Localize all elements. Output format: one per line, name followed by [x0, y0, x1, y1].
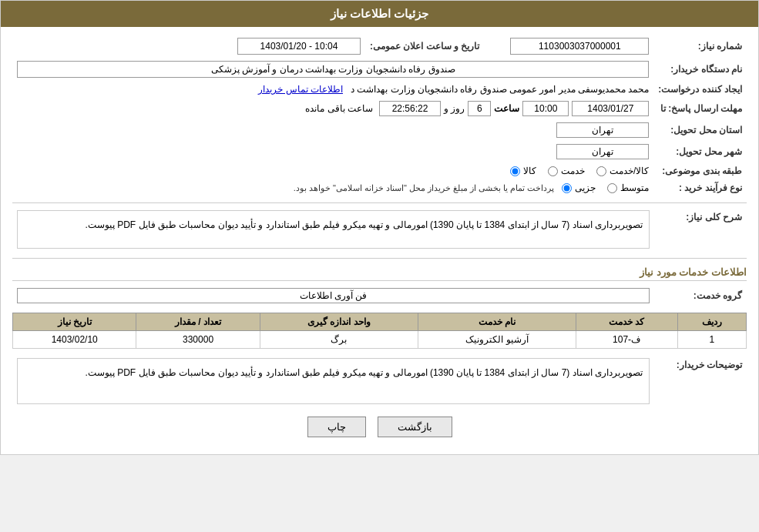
process-note: پرداخت تمام یا بخشی از مبلغ خریداز محل "…	[294, 183, 555, 193]
description-value: تصویربرداری اسناد (7 سال از ابتدای 1384 …	[12, 207, 654, 252]
service-group-table: گروه خدمت: فن آوری اطلاعات	[12, 285, 747, 306]
category-kala-khadamat-label: کالا/خدمت	[610, 166, 649, 176]
service-group-value: فن آوری اطلاعات	[12, 285, 654, 306]
category-label: طبقه بندی موضوعی:	[653, 162, 747, 179]
category-radio-khadamat-input[interactable]	[548, 166, 558, 176]
category-radio-kala-khadamat: کالا/خدمت	[596, 166, 649, 176]
order-number-label: شماره نیاز:	[653, 35, 747, 58]
buyer-desc-label: توضیحات خریدار:	[654, 355, 747, 407]
province-box: تهران	[556, 122, 649, 138]
org-name-value: صندوق رفاه دانشجویان وزارت بهداشت درمان …	[12, 58, 653, 81]
process-radio-group: متوسط جزیی	[562, 182, 649, 193]
divider-2	[12, 258, 747, 259]
process-radio-motavasset: متوسط	[607, 182, 649, 193]
cell-unit: برگ	[260, 331, 418, 349]
process-radio-jozi-input[interactable]	[562, 183, 572, 193]
col-unit: واحد اندازه گیری	[260, 313, 418, 331]
col-quantity: تعداد / مقدار	[136, 313, 260, 331]
publish-value: 1403/01/20 - 10:04	[12, 35, 365, 58]
page-title: جزئیات اطلاعات نیاز	[331, 7, 428, 20]
deadline-days-box: 6	[468, 101, 491, 116]
cell-quantity: 330000	[136, 331, 260, 349]
services-table-area: ردیف کد خدمت نام خدمت واحد اندازه گیری ت…	[12, 313, 747, 349]
city-label: شهر محل تحویل:	[653, 141, 747, 162]
order-number-box: 1103003037000001	[510, 38, 649, 55]
content-area: شماره نیاز: 1103003037000001 تاریخ و ساع…	[1, 27, 758, 454]
col-service-code: کد خدمت	[576, 313, 677, 331]
deadline-date-box: 1403/01/27	[572, 101, 649, 116]
service-group-box: فن آوری اطلاعات	[17, 288, 650, 303]
category-options: کالا/خدمت خدمت کالا	[12, 162, 653, 179]
info-table: شماره نیاز: 1103003037000001 تاریخ و ساع…	[12, 35, 747, 196]
process-radio-jozi: جزیی	[562, 182, 596, 193]
process-motavasset-label: متوسط	[620, 182, 649, 193]
page-header: جزئیات اطلاعات نیاز	[1, 1, 758, 27]
requester-link[interactable]: اطلاعات تماس خریدار	[258, 84, 343, 95]
buyer-desc-value: تصویربرداری اسناد (7 سال از ابتدای 1384 …	[12, 355, 654, 407]
province-value: تهران	[12, 119, 653, 141]
back-button[interactable]: بازگشت	[378, 417, 452, 437]
col-date: تاریخ نیاز	[13, 313, 136, 331]
divider-1	[12, 202, 747, 203]
process-jozi-label: جزیی	[575, 182, 596, 193]
category-radio-group: کالا/خدمت خدمت کالا	[17, 166, 649, 176]
col-row-num: ردیف	[677, 313, 746, 331]
category-radio-kala: کالا	[510, 166, 536, 176]
category-radio-kala-khadamat-input[interactable]	[596, 166, 606, 176]
buyer-desc-box: تصویربرداری اسناد (7 سال از ابتدای 1384 …	[17, 358, 650, 404]
order-number-value: 1103003037000001	[484, 35, 653, 58]
cell-service-code: ف-107	[576, 331, 677, 349]
org-name-box: صندوق رفاه دانشجویان وزارت بهداشت درمان …	[17, 61, 649, 78]
city-value: تهران	[12, 141, 653, 162]
category-radio-khadamat: خدمت	[548, 166, 585, 176]
deadline-time-box: 10:00	[522, 101, 569, 116]
city-box: تهران	[556, 144, 649, 159]
province-label: استان محل تحویل:	[653, 119, 747, 141]
buyer-desc-table: توضیحات خریدار: تصویربرداری اسناد (7 سال…	[12, 355, 747, 407]
services-section-title: اطلاعات خدمات مورد نیاز	[12, 266, 747, 281]
cell-date: 1403/02/10	[13, 331, 136, 349]
process-radio-motavasset-input[interactable]	[607, 183, 617, 193]
requester-label: ایجاد کننده درخواست:	[653, 81, 747, 98]
description-box: تصویربرداری اسناد (7 سال از ابتدای 1384 …	[17, 210, 650, 249]
category-kala-label: کالا	[523, 166, 536, 176]
deadline-days-label: روز و	[444, 103, 465, 114]
cell-row-num: 1	[677, 331, 746, 349]
publish-label: تاریخ و ساعت اعلان عمومی:	[365, 35, 484, 58]
publish-box: 1403/01/20 - 10:04	[237, 38, 361, 55]
buyer-desc-text: تصویربرداری اسناد (7 سال از ابتدای 1384 …	[86, 367, 643, 378]
deadline-row: ساعت باقی مانده 22:56:22 روز و 6 ساعت 10…	[12, 98, 653, 119]
org-name-label: نام دستگاه خریدار:	[653, 58, 747, 81]
deadline-remaining-label: ساعت باقی مانده	[305, 103, 373, 114]
table-row: 1 ف-107 آرشیو الکترونیک برگ 330000 1403/…	[13, 331, 747, 349]
service-group-label: گروه خدمت:	[654, 285, 747, 306]
cell-service-name: آرشیو الکترونیک	[418, 331, 576, 349]
deadline-time-label: ساعت	[494, 103, 519, 114]
deadline-label: مهلت ارسال پاسخ: تا	[653, 98, 747, 119]
main-container: جزئیات اطلاعات نیاز شماره نیاز: 11030030…	[0, 0, 759, 455]
category-khadamat-label: خدمت	[561, 166, 585, 176]
description-table: شرح کلی نیاز: تصویربرداری اسناد (7 سال ا…	[12, 207, 747, 252]
deadline-remaining-box: 22:56:22	[379, 101, 441, 116]
print-button[interactable]: چاپ	[307, 417, 366, 437]
button-row: چاپ بازگشت	[12, 417, 747, 437]
process-row: متوسط جزیی پرداخت تمام یا بخشی از مبلغ خ…	[12, 179, 653, 196]
services-table: ردیف کد خدمت نام خدمت واحد اندازه گیری ت…	[12, 313, 747, 349]
process-label: نوع فرآیند خرید :	[653, 179, 747, 196]
requester-value: محمد محمدیوسفی مدیر امور عمومی صندوق رفا…	[12, 81, 653, 98]
col-service-name: نام خدمت	[418, 313, 576, 331]
requester-text: محمد محمدیوسفی مدیر امور عمومی صندوق رفا…	[351, 84, 649, 95]
category-radio-kala-input[interactable]	[510, 166, 520, 176]
description-label: شرح کلی نیاز:	[654, 207, 747, 252]
